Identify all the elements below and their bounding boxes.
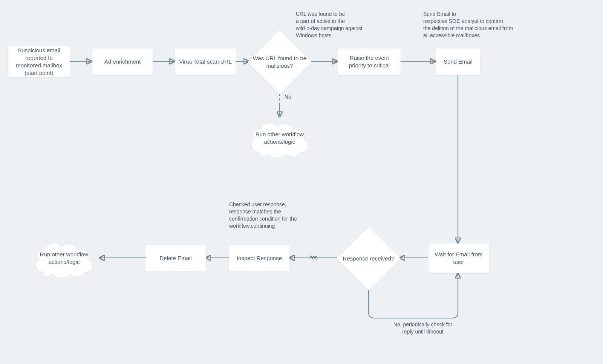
- edge-label-no-top: No: [285, 93, 291, 101]
- node-raise-priority: Raise the event priority to critical: [338, 49, 401, 75]
- node-delete-email: Delete Email: [145, 245, 206, 271]
- node-wait-email: Wait for Email from user: [429, 244, 489, 273]
- annotation-response-match: Checked user response, response matches …: [229, 201, 327, 230]
- node-inspect-response: Inspect Response: [229, 245, 289, 271]
- node-start: Suspicious email reported to monitored m…: [8, 46, 70, 77]
- edge-label-no-loop: No, periodically check for reply until t…: [381, 321, 464, 335]
- cloud-other-actions-bottom-label: Run other workflow actions/logic: [36, 251, 92, 266]
- node-inspect-response-label: Inspect Response: [237, 254, 282, 262]
- node-send-email-label: Send Email: [444, 58, 473, 65]
- annotation-send-email-note: Send Email to respective SOC analyst to …: [423, 11, 544, 39]
- node-enrich-label: Ad enrichment: [104, 58, 141, 65]
- cloud-other-actions-bottom: Run other workflow actions/logic: [28, 236, 100, 280]
- node-virustotal: Virus Total scan URL: [175, 49, 236, 75]
- node-virustotal-label: Virus Total scan URL: [179, 58, 232, 65]
- edge-label-yes: Yes: [309, 254, 318, 261]
- decision-url-malicious-label: Was URL found to be malisious?: [249, 55, 310, 70]
- cloud-other-actions-top: Run other workflow actions/logic: [244, 116, 315, 160]
- decision-response-received: Response received?: [337, 227, 401, 291]
- node-raise-priority-label: Raise the event priority to critical: [342, 54, 397, 70]
- decision-url-malicious: Was URL found to be malisious?: [248, 30, 312, 94]
- node-delete-email-label: Delete Email: [159, 254, 191, 262]
- node-enrich: Ad enrichment: [92, 49, 153, 75]
- node-start-label: Suspicious email reported to monitored m…: [12, 47, 66, 77]
- annotation-url-campaign: URL was found to be a part of active in …: [296, 11, 409, 39]
- node-send-email: Send Email: [436, 49, 480, 75]
- cloud-other-actions-top-label: Run other workflow actions/logic: [251, 131, 308, 146]
- decision-response-received-label: Response received?: [341, 255, 397, 262]
- node-wait-email-label: Wait for Email from user: [432, 251, 485, 266]
